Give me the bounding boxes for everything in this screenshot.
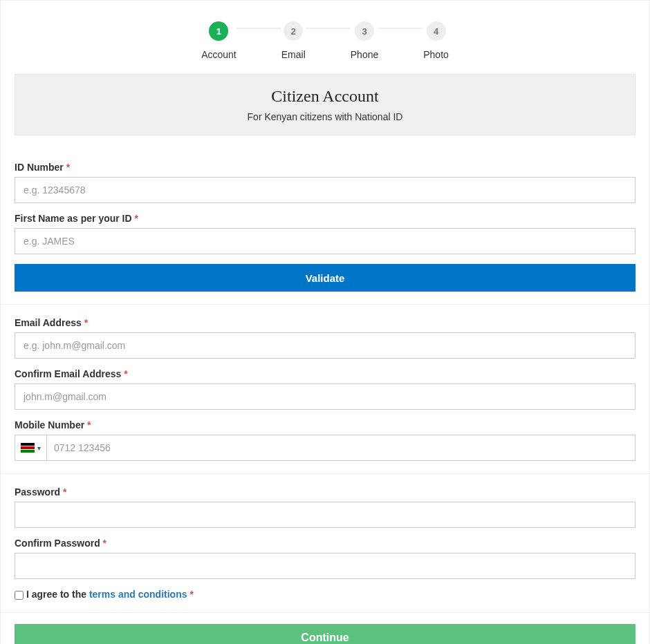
- email-input[interactable]: [15, 332, 635, 359]
- agree-text: I agree to the: [26, 589, 89, 600]
- confirm-password-label: Confirm Password *: [15, 538, 635, 549]
- step-circle: 4: [427, 21, 446, 41]
- form-footer: Continue: [1, 612, 649, 644]
- step-connector: [378, 28, 423, 29]
- step-connector: [306, 28, 351, 29]
- first-name-label: First Name as per your ID *: [15, 213, 635, 224]
- chevron-down-icon: ▾: [37, 444, 41, 452]
- header-title: Citizen Account: [28, 87, 622, 106]
- agree-terms-checkbox[interactable]: [15, 591, 24, 600]
- header-subtitle: For Kenyan citizens with National ID: [28, 111, 622, 122]
- mobile-label: Mobile Number *: [15, 419, 635, 430]
- section-password: Password * Confirm Password * I agree to…: [1, 473, 649, 612]
- step-phone[interactable]: 3 Phone: [351, 21, 378, 60]
- progress-stepper: 1 Account 2 Email 3 Phone 4 Photo: [1, 1, 649, 74]
- step-label: Email: [281, 49, 306, 60]
- section-contact: Email Address * Confirm Email Address * …: [1, 304, 649, 473]
- password-label: Password *: [15, 486, 635, 498]
- password-input[interactable]: [15, 502, 635, 528]
- mobile-number-input[interactable]: [47, 435, 635, 460]
- section-identity: ID Number * First Name as per your ID * …: [1, 149, 649, 304]
- step-label: Account: [201, 49, 236, 60]
- terms-link[interactable]: terms and conditions: [89, 589, 189, 600]
- confirm-password-input[interactable]: [15, 553, 635, 579]
- id-number-label: ID Number *: [15, 162, 635, 173]
- required-mark: *: [189, 589, 193, 600]
- flag-icon: [21, 443, 35, 453]
- validate-button[interactable]: Validate: [15, 264, 635, 292]
- mobile-number-field: ▾: [15, 435, 635, 461]
- step-account[interactable]: 1 Account: [201, 21, 236, 60]
- step-connector: [236, 28, 281, 29]
- continue-button[interactable]: Continue: [15, 624, 635, 644]
- account-form-panel: 1 Account 2 Email 3 Phone 4 Photo Citize…: [0, 0, 650, 644]
- step-circle: 1: [209, 21, 228, 41]
- first-name-input[interactable]: [15, 228, 635, 254]
- email-label: Email Address *: [15, 317, 635, 328]
- terms-row: I agree to the terms and conditions *: [15, 589, 635, 600]
- step-label: Phone: [351, 49, 378, 60]
- step-circle: 2: [284, 21, 303, 41]
- country-code-select[interactable]: ▾: [15, 435, 47, 460]
- step-label: Photo: [423, 49, 449, 60]
- step-email[interactable]: 2 Email: [281, 21, 306, 60]
- step-photo[interactable]: 4 Photo: [423, 21, 449, 60]
- id-number-input[interactable]: [15, 177, 635, 203]
- confirm-email-label: Confirm Email Address *: [15, 368, 635, 379]
- account-type-header: Citizen Account For Kenyan citizens with…: [15, 74, 635, 135]
- step-circle: 3: [355, 21, 374, 41]
- confirm-email-input[interactable]: [15, 383, 635, 410]
